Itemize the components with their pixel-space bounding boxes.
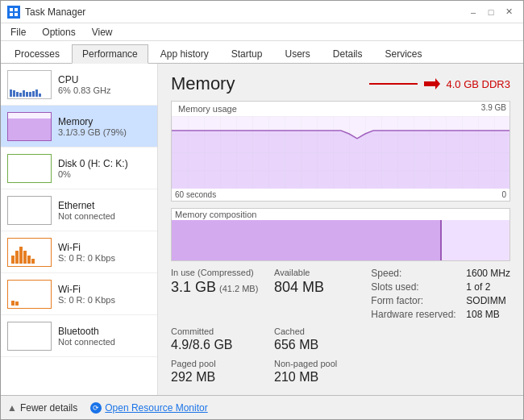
in-use-sub: (41.2 MB) — [219, 284, 258, 293]
chart1-footer: 60 seconds 0 — [172, 189, 509, 201]
fewer-details-label: Fewer details — [20, 402, 77, 414]
task-manager-window: Task Manager – □ ✕ File Options View Pro… — [0, 0, 524, 420]
nonpaged-label: Non-paged pool — [274, 359, 371, 368]
in-use-value: 3.1 GB — [171, 279, 216, 296]
app-icon — [7, 6, 20, 19]
sidebar-item-disk[interactable]: Disk 0 (H: C: K:) 0% — [1, 148, 157, 189]
resource-monitor-label: Open Resource Monitor — [105, 402, 207, 414]
ddr-label: 4.0 GB DDR3 — [447, 78, 510, 90]
memory-info: Memory 3.1/3.9 GB (79%) — [58, 116, 127, 137]
slots-value: 1 of 2 — [466, 281, 490, 293]
stat-paged: Paged pool 292 MB — [171, 359, 268, 385]
stat-committed: Committed 4.9/8.6 GB — [171, 326, 268, 352]
committed-value: 4.9/8.6 GB — [171, 338, 268, 352]
main-panel: Memory 4.0 GB DDR3 Memory usage 3.9 GB — [158, 64, 523, 395]
red-arrow-icon — [424, 78, 440, 89]
menu-file[interactable]: File — [7, 25, 29, 40]
wifi2-title: Wi-Fi — [58, 284, 115, 295]
wifi1-thumbnail — [7, 238, 52, 267]
stats-left: In use (Compressed) 3.1 GB (41.2 MB) Ava… — [171, 268, 371, 296]
memory-title: Memory — [58, 116, 127, 127]
comp-available — [442, 220, 509, 260]
chart1-time-right: 0 — [501, 190, 506, 199]
disk-title: Disk 0 (H: C: K:) — [58, 158, 128, 169]
content-area: CPU 6% 0.83 GHz Memory 3.1/3.9 GB (79%) … — [1, 64, 523, 395]
stat-cached: Cached 656 MB — [274, 326, 371, 352]
ethernet-info: Ethernet Not connected — [58, 200, 115, 221]
tab-startup[interactable]: Startup — [221, 44, 273, 63]
disk-info: Disk 0 (H: C: K:) 0% — [58, 158, 128, 179]
in-use-label: In use (Compressed) — [171, 268, 268, 277]
ethernet-thumbnail — [7, 196, 52, 225]
close-button[interactable]: ✕ — [501, 6, 517, 19]
wifi2-subtitle: S: 0 R: 0 Kbps — [58, 295, 115, 305]
fewer-details-button[interactable]: ▲ Fewer details — [7, 402, 77, 414]
memory-label: 4.0 GB DDR3 — [369, 78, 510, 90]
chart1-area — [172, 116, 509, 189]
sidebar-item-wifi2[interactable]: Wi-Fi S: 0 R: 0 Kbps — [1, 273, 157, 315]
memory-fill — [8, 119, 51, 140]
tab-performance[interactable]: Performance — [72, 44, 148, 64]
cached-value: 656 MB — [274, 338, 371, 352]
sidebar-item-wifi1[interactable]: Wi-Fi S: 0 R: 0 Kbps — [1, 231, 157, 273]
stats-row3: Paged pool 292 MB Non-paged pool 210 MB — [171, 359, 510, 385]
form-value: SODIMM — [466, 295, 505, 306]
stat-in-use: In use (Compressed) 3.1 GB (41.2 MB) — [171, 268, 268, 296]
tab-services[interactable]: Services — [375, 44, 433, 63]
speed-value: 1600 MHz — [466, 268, 510, 279]
title-bar: Task Manager – □ ✕ — [1, 1, 523, 23]
wifi1-title: Wi-Fi — [58, 242, 115, 253]
tab-details[interactable]: Details — [322, 44, 373, 63]
minimize-button[interactable]: – — [465, 6, 481, 19]
cpu-title: CPU — [58, 74, 110, 85]
svg-rect-3 — [15, 13, 18, 16]
sidebar-item-memory[interactable]: Memory 3.1/3.9 GB (79%) — [1, 106, 157, 148]
wifi2-thumbnail — [7, 280, 52, 309]
tab-processes[interactable]: Processes — [4, 44, 70, 63]
window-title: Task Manager — [25, 6, 85, 18]
stat-form-row: Form factor: SODIMM — [371, 295, 510, 306]
stat-speed-row: Speed: 1600 MHz — [371, 268, 510, 279]
tab-app-history[interactable]: App history — [150, 44, 219, 63]
bluetooth-thumbnail — [7, 322, 52, 351]
maximize-button[interactable]: □ — [483, 6, 499, 19]
wifi1-info: Wi-Fi S: 0 R: 0 Kbps — [58, 242, 115, 263]
memory-usage-chart: Memory usage 3.9 GB — [171, 101, 510, 202]
tab-users[interactable]: Users — [274, 44, 320, 63]
form-label: Form factor: — [371, 295, 460, 306]
svg-rect-2 — [10, 13, 13, 16]
stat-slots-row: Slots used: 1 of 2 — [371, 281, 510, 293]
cpu-info: CPU 6% 0.83 GHz — [58, 74, 110, 95]
wifi2-info: Wi-Fi S: 0 R: 0 Kbps — [58, 284, 115, 305]
sidebar: CPU 6% 0.83 GHz Memory 3.1/3.9 GB (79%) … — [1, 64, 158, 395]
main-header: Memory 4.0 GB DDR3 — [171, 73, 510, 94]
sidebar-item-bluetooth[interactable]: Bluetooth Not connected — [1, 315, 157, 357]
chart1-label: Memory usage — [175, 102, 240, 115]
cached-label: Cached — [274, 326, 371, 336]
paged-value: 292 MB — [171, 370, 268, 385]
sidebar-item-ethernet[interactable]: Ethernet Not connected — [1, 189, 157, 231]
stat-available: Available 804 MB — [274, 268, 371, 296]
resource-monitor-button[interactable]: ⟳ Open Resource Monitor — [90, 402, 207, 414]
slots-label: Slots used: — [371, 281, 460, 293]
cpu-subtitle: 6% 0.83 GHz — [58, 85, 110, 95]
chart1-grid — [172, 116, 509, 189]
menu-options[interactable]: Options — [39, 25, 78, 40]
comp-in-use — [172, 220, 442, 260]
cpu-bars — [8, 71, 51, 98]
speed-label: Speed: — [371, 268, 460, 279]
cpu-thumbnail — [7, 70, 52, 99]
memory-thumbnail — [7, 112, 52, 141]
svg-rect-1 — [15, 8, 18, 11]
svg-rect-0 — [10, 8, 13, 11]
fewer-details-icon: ▲ — [7, 402, 17, 414]
bluetooth-title: Bluetooth — [58, 326, 115, 337]
sidebar-item-cpu[interactable]: CPU 6% 0.83 GHz — [1, 64, 157, 106]
stats-row1: In use (Compressed) 3.1 GB (41.2 MB) Ava… — [171, 268, 510, 320]
ethernet-title: Ethernet — [58, 200, 115, 211]
wifi1-subtitle: S: 0 R: 0 Kbps — [58, 253, 115, 263]
memory-composition: Memory composition — [171, 208, 510, 261]
menu-view[interactable]: View — [89, 25, 116, 40]
stat-nonpaged: Non-paged pool 210 MB — [274, 359, 371, 385]
panel-title: Memory — [171, 73, 235, 94]
